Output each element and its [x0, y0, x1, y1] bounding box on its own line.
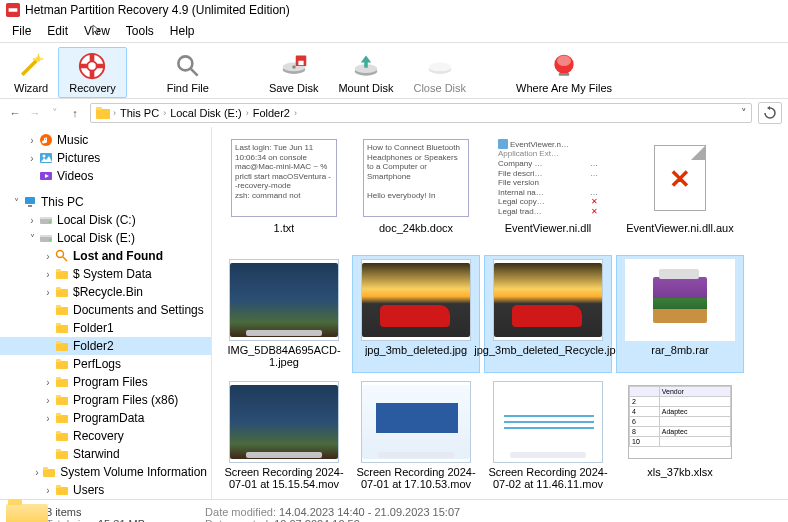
- tree-item[interactable]: ›$Recycle.Bin: [0, 283, 211, 301]
- svg-rect-17: [559, 73, 570, 76]
- tree-item[interactable]: ›Lost and Found: [0, 247, 211, 265]
- tree-item[interactable]: PerfLogs: [0, 355, 211, 373]
- svg-rect-46: [56, 377, 61, 380]
- menu-edit[interactable]: Edit: [39, 22, 76, 40]
- crumb-thispc[interactable]: This PC: [118, 107, 161, 119]
- chevron-icon[interactable]: ›: [42, 377, 54, 388]
- tree-item[interactable]: Videos: [0, 167, 211, 185]
- menu-tools[interactable]: Tools: [118, 22, 162, 40]
- file-item[interactable]: ✕ EventViewer.ni.dll.aux: [616, 133, 744, 251]
- file-item[interactable]: Screen Recording 2024-07-01 at 15.15.54.…: [220, 377, 348, 495]
- tree-item[interactable]: Recovery: [0, 427, 211, 445]
- tree-label: This PC: [41, 195, 84, 209]
- file-name: IMG_5DB84A695ACD-1.jpeg: [224, 344, 344, 368]
- chevron-icon[interactable]: ›: [26, 135, 38, 146]
- file-item[interactable]: Last login: Tue Jun 11 10:06:34 on conso…: [220, 133, 348, 251]
- svg-rect-56: [43, 467, 48, 470]
- wizard-button[interactable]: Wizard: [4, 48, 58, 97]
- svg-rect-54: [56, 449, 61, 452]
- where-button[interactable]: Where Are My Files: [506, 48, 622, 97]
- svg-rect-57: [56, 487, 68, 495]
- tree-label: Program Files (x86): [73, 393, 178, 407]
- tree-item[interactable]: ›ProgramData: [0, 409, 211, 427]
- tree-label: Users: [73, 483, 104, 497]
- file-item[interactable]: EventViewer.n… Application Ext… Company …: [484, 133, 612, 251]
- svg-rect-50: [56, 413, 61, 416]
- chevron-icon[interactable]: ›: [42, 251, 54, 262]
- chevron-icon[interactable]: ›: [42, 485, 54, 496]
- sidebar-tree[interactable]: ›Music›PicturesVideos˅This PC›Local Disk…: [0, 127, 212, 499]
- svg-rect-53: [56, 451, 68, 459]
- back-button[interactable]: ←: [6, 107, 24, 119]
- svg-rect-27: [40, 217, 52, 219]
- file-item[interactable]: How to Connect Bluetooth Headphones or S…: [352, 133, 480, 251]
- crumb-folder[interactable]: Folder2: [251, 107, 292, 119]
- tree-item[interactable]: ›$ System Data: [0, 265, 211, 283]
- file-item[interactable]: Screen Recording 2024-07-02 at 11.46.11.…: [484, 377, 612, 495]
- image-thumb: [230, 263, 338, 337]
- tree-item[interactable]: ›Music: [0, 131, 211, 149]
- svg-rect-43: [56, 361, 68, 369]
- folder-icon: [54, 356, 70, 372]
- svg-point-16: [557, 56, 571, 67]
- chevron-icon[interactable]: ˅: [10, 197, 22, 208]
- address-bar[interactable]: › This PC › Local Disk (E:) › Folder2 › …: [90, 103, 752, 123]
- tree-item[interactable]: ›Users: [0, 481, 211, 499]
- file-grid[interactable]: Last login: Tue Jun 11 10:06:34 on conso…: [212, 127, 788, 499]
- tree-item[interactable]: Starwind: [0, 445, 211, 463]
- crumb-disk[interactable]: Local Disk (E:): [168, 107, 244, 119]
- file-item[interactable]: jpg_3mb_deleted.jpg: [352, 255, 480, 373]
- menu-file[interactable]: File: [4, 22, 39, 40]
- svg-point-8: [292, 65, 296, 69]
- tree-item[interactable]: ›Program Files: [0, 373, 211, 391]
- chevron-icon[interactable]: ›: [42, 287, 54, 298]
- svg-rect-19: [96, 107, 102, 110]
- magnifier-icon: [172, 50, 204, 82]
- chevron-icon[interactable]: ›: [42, 413, 54, 424]
- tree-item[interactable]: ›System Volume Information: [0, 463, 211, 481]
- folder-icon: [6, 504, 38, 522]
- tree-item[interactable]: ˅This PC: [0, 193, 211, 211]
- svg-rect-47: [56, 397, 68, 405]
- file-item[interactable]: IMG_5DB84A695ACD-1.jpeg: [220, 255, 348, 373]
- main: ›Music›PicturesVideos˅This PC›Local Disk…: [0, 127, 788, 499]
- close-disk-icon: [424, 50, 456, 82]
- addr-dropdown-icon[interactable]: ˅: [741, 107, 747, 120]
- status-created: Date created: 10.07.2024 10:52: [205, 518, 460, 522]
- folder-icon: [54, 482, 70, 498]
- tree-item[interactable]: Folder1: [0, 319, 211, 337]
- refresh-button[interactable]: [758, 102, 782, 124]
- refresh-icon: [763, 106, 777, 120]
- file-item[interactable]: Screen Recording 2024-07-01 at 17.10.53.…: [352, 377, 480, 495]
- file-item[interactable]: jpg_3mb_deleted_Recycle.jpg: [484, 255, 612, 373]
- savedisk-button[interactable]: Save Disk: [259, 48, 329, 97]
- tree-item[interactable]: ›Program Files (x86): [0, 391, 211, 409]
- svg-rect-30: [40, 235, 52, 237]
- file-x-icon: ✕: [654, 145, 706, 211]
- mountdisk-button[interactable]: Mount Disk: [328, 48, 403, 97]
- folder-icon: [54, 302, 70, 318]
- chevron-icon[interactable]: ›: [32, 467, 41, 478]
- chevron-icon[interactable]: ˅: [26, 233, 38, 244]
- menu-help[interactable]: Help: [162, 22, 203, 40]
- tree-item[interactable]: Documents and Settings: [0, 301, 211, 319]
- file-name: jpg_3mb_deleted_Recycle.jpg: [474, 344, 621, 356]
- chevron-icon[interactable]: ›: [26, 153, 38, 164]
- chevron-icon[interactable]: ›: [42, 395, 54, 406]
- videos-icon: [38, 168, 54, 184]
- findfile-button[interactable]: Find File: [157, 48, 219, 97]
- tree-item[interactable]: ›Pictures: [0, 149, 211, 167]
- chevron-icon[interactable]: ›: [42, 269, 54, 280]
- svg-rect-35: [56, 289, 68, 297]
- history-dropdown[interactable]: ˅: [46, 107, 64, 120]
- dll-preview: EventViewer.n… Application Ext… Company …: [498, 139, 598, 216]
- up-button[interactable]: ↑: [66, 107, 84, 119]
- rar-icon: [653, 277, 707, 323]
- tree-item[interactable]: ›Local Disk (C:): [0, 211, 211, 229]
- file-item[interactable]: rar_8mb.rar: [616, 255, 744, 373]
- recovery-button[interactable]: Recovery: [58, 47, 126, 98]
- tree-item[interactable]: ˅Local Disk (E:): [0, 229, 211, 247]
- tree-item[interactable]: Folder2: [0, 337, 211, 355]
- file-item[interactable]: Vendor 24Adaptec 68Adaptec 10 xls_37kb.x…: [616, 377, 744, 495]
- chevron-icon[interactable]: ›: [26, 215, 38, 226]
